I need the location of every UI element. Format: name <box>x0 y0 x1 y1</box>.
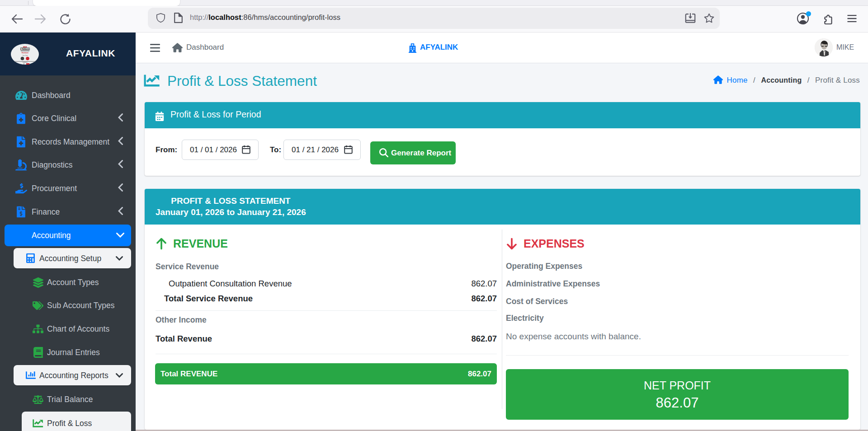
svg-text:TOOLS: TOOLS <box>21 48 29 50</box>
svg-text:Hardware: Hardware <box>22 52 29 54</box>
svg-text:hardware: hardware <box>23 61 28 63</box>
svg-text:Your Tools: Your Tools <box>23 55 28 56</box>
